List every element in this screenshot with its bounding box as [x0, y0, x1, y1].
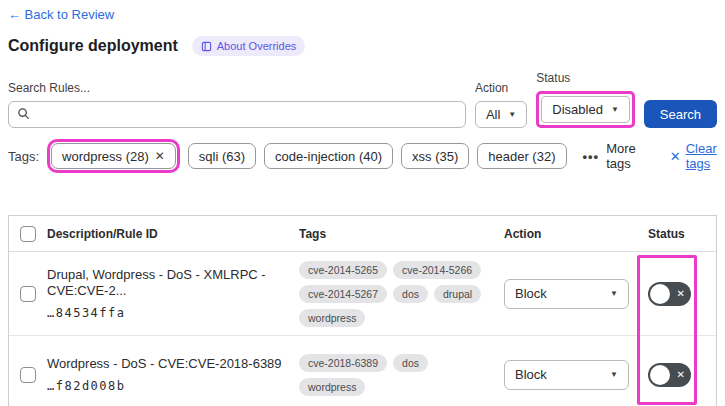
tag-chip-header[interactable]: header (32) [477, 143, 566, 169]
rule-tag-pill: cve-2014-5267 [299, 285, 387, 303]
book-icon [201, 41, 212, 52]
rule-description-cell: Wordpress - DoS - CVE:CVE-2018-6389 …f82… [47, 356, 299, 394]
rule-tag-pill: cve-2014-5266 [393, 261, 481, 279]
about-overrides-label: About Overrides [217, 40, 296, 52]
rule-tag-pill: dos [393, 354, 428, 372]
search-button[interactable]: Search [644, 100, 717, 128]
title-row: Configure deployment About Overrides [8, 36, 717, 56]
status-dropdown-highlight: Disabled ▼ [536, 91, 635, 128]
back-to-review-link[interactable]: ← Back to Review [8, 7, 114, 22]
action-filter-group: Action All ▼ [475, 81, 527, 128]
more-tags-label: More tags [606, 141, 636, 171]
rule-tag-pill: wordpress [299, 309, 365, 327]
tag-chip-xss[interactable]: xss (35) [401, 143, 469, 169]
tags-label: Tags: [8, 149, 39, 164]
status-label: Status [536, 71, 635, 85]
search-rules-label: Search Rules... [8, 81, 466, 95]
tag-chip-label: sqli (63) [199, 149, 245, 164]
action-dropdown-value: All [486, 107, 500, 122]
rule-id: …84534ffa [47, 306, 285, 320]
column-header-tags: Tags [299, 227, 504, 241]
rule-tag-pill: cve-2018-6389 [299, 354, 387, 372]
status-filter-group: Status Disabled ▼ [536, 71, 635, 128]
toggle-x-icon: ✕ [677, 289, 685, 299]
search-group: Search Rules... [8, 81, 466, 128]
column-header-description: Description/Rule ID [47, 227, 299, 241]
ellipsis-icon: ••• [583, 149, 600, 164]
tag-chip-label: header (32) [488, 149, 555, 164]
action-select[interactable]: Block ▼ [504, 360, 629, 390]
selected-tag-highlight: wordpress (28) ✕ [47, 139, 180, 173]
filter-bar: Search Rules... Action All ▼ Status [8, 71, 717, 128]
status-dropdown[interactable]: Disabled ▼ [541, 96, 630, 123]
status-toggle-off[interactable]: ✕ [648, 282, 691, 306]
status-toggle-off[interactable]: ✕ [648, 363, 691, 387]
clear-tags-button[interactable]: ✕ Clear tags [670, 141, 717, 171]
rule-description: Wordpress - DoS - CVE:CVE-2018-6389 [47, 356, 285, 372]
rule-tag-pill: cve-2014-5265 [299, 261, 387, 279]
page-title: Configure deployment [8, 37, 178, 55]
action-select-value: Block [515, 367, 547, 382]
action-dropdown[interactable]: All ▼ [475, 101, 527, 128]
configure-deployment-page: ← Back to Review Configure deployment Ab… [0, 0, 725, 406]
rule-tags-cell: cve-2014-5265 cve-2014-5266 cve-2014-526… [299, 261, 504, 327]
action-select[interactable]: Block ▼ [504, 279, 629, 309]
tag-chip-sqli[interactable]: sqli (63) [188, 143, 256, 169]
toggle-knob [650, 284, 670, 304]
clear-tags-label: Clear tags [686, 141, 717, 171]
rule-status-cell: ✕ [634, 282, 716, 306]
rule-tag-pill: dos [393, 285, 428, 303]
row-checkbox[interactable] [20, 286, 36, 302]
table-row: Wordpress - DoS - CVE:CVE-2018-6389 …f82… [9, 336, 716, 406]
toggle-x-icon: ✕ [677, 370, 685, 380]
row-checkbox[interactable] [20, 367, 36, 383]
rules-table-wrap: Description/Rule ID Tags Action Status D… [8, 215, 717, 406]
action-select-value: Block [515, 286, 547, 301]
tag-chip-label: wordpress (28) [62, 149, 149, 164]
chevron-down-icon: ▼ [610, 370, 618, 379]
toggle-knob [650, 365, 670, 385]
select-all-checkbox[interactable] [20, 226, 36, 242]
remove-tag-icon[interactable]: ✕ [155, 149, 165, 163]
rule-tag-pill: wordpress [299, 378, 365, 396]
tag-chip-wordpress[interactable]: wordpress (28) ✕ [51, 143, 176, 169]
rule-tags-cell: cve-2018-6389 dos wordpress [299, 354, 504, 396]
rule-description: Drupal, Wordpress - DoS - XMLRPC - CVE:C… [47, 267, 285, 298]
rule-action-cell: Block ▼ [504, 360, 634, 390]
chevron-down-icon: ▼ [610, 289, 618, 298]
rules-table: Description/Rule ID Tags Action Status D… [8, 215, 717, 406]
header-checkbox-cell [9, 226, 47, 242]
search-icon [17, 106, 30, 124]
tag-chip-label: code-injection (40) [275, 149, 382, 164]
tag-chip-label: xss (35) [412, 149, 458, 164]
tags-bar: Tags: wordpress (28) ✕ sqli (63) code-in… [8, 139, 717, 173]
rule-description-cell: Drupal, Wordpress - DoS - XMLRPC - CVE:C… [47, 267, 299, 320]
close-icon: ✕ [670, 149, 681, 164]
chevron-down-icon: ▼ [611, 105, 619, 114]
tag-chip-code-injection[interactable]: code-injection (40) [264, 143, 393, 169]
about-overrides-badge[interactable]: About Overrides [192, 36, 305, 56]
row-checkbox-cell [9, 367, 47, 383]
column-header-status: Status [634, 227, 716, 241]
status-dropdown-value: Disabled [552, 102, 603, 117]
table-header-row: Description/Rule ID Tags Action Status [9, 216, 716, 252]
rule-action-cell: Block ▼ [504, 279, 634, 309]
more-tags-button[interactable]: ••• More tags [583, 141, 636, 171]
column-header-action: Action [504, 227, 634, 241]
chevron-down-icon: ▼ [508, 110, 516, 119]
search-box[interactable] [8, 101, 466, 128]
rule-tag-pill: drupal [434, 285, 481, 303]
action-label: Action [475, 81, 527, 95]
rule-status-cell: ✕ [634, 363, 716, 387]
rule-id: …f82d008b [47, 379, 285, 393]
table-row: Drupal, Wordpress - DoS - XMLRPC - CVE:C… [9, 252, 716, 336]
search-rules-input[interactable] [36, 107, 457, 122]
row-checkbox-cell [9, 286, 47, 302]
